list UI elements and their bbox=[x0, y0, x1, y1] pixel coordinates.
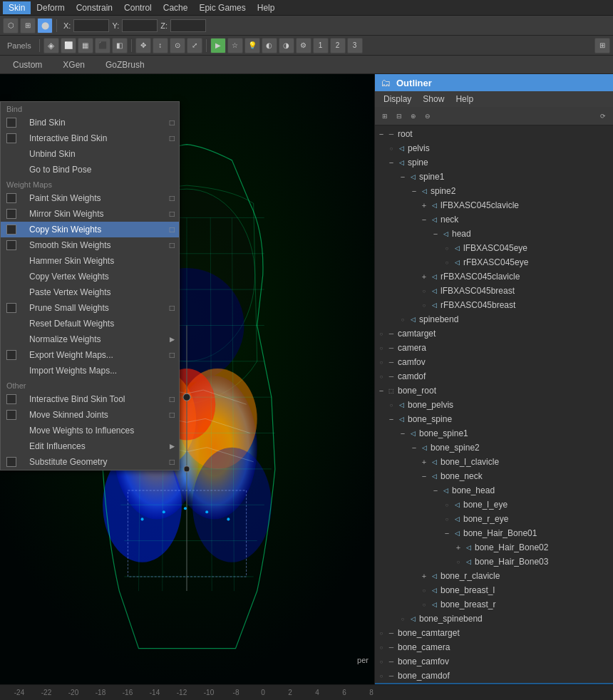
menu-substitute-geometry[interactable]: Substitute Geometry bbox=[1, 454, 179, 470]
tab-xgen[interactable]: XGen bbox=[53, 58, 95, 72]
tree-toggle-bone-head[interactable] bbox=[431, 485, 441, 495]
tree-item-r-clavicle[interactable]: ◁ rFBXASC045clavicle bbox=[375, 269, 613, 284]
tree-item-bone-head[interactable]: ◁ bone_head bbox=[375, 483, 613, 498]
tree-toggle-root[interactable] bbox=[376, 129, 386, 139]
tree-item-bone-l-eye[interactable]: ◁ bone_l_eye bbox=[375, 498, 613, 512]
tree-item-bone-neck[interactable]: ◁ bone_neck bbox=[375, 469, 613, 483]
vp-render-3[interactable]: 💡 bbox=[244, 38, 260, 53]
tree-item-bone-breast-r[interactable]: ◁ bone_breast_r bbox=[375, 597, 613, 612]
vp-tool-2[interactable]: ↕ bbox=[153, 38, 168, 53]
menu-unbind-skin[interactable]: Unbind Skin bbox=[1, 146, 179, 162]
outliner-tool-5[interactable]: ⟳ bbox=[596, 110, 610, 123]
vp-render-5[interactable]: ◑ bbox=[279, 38, 294, 53]
tree-item-bone-hair-01[interactable]: ◁ bone_Hair_Bone01 bbox=[375, 526, 613, 540]
tree-item-bone-r-clavicle[interactable]: ◁ bone_r_clavicle bbox=[375, 569, 613, 583]
vp-shading-btn-3[interactable]: ▦ bbox=[78, 38, 93, 53]
viewport[interactable]: per Bind Bind Skin Interactive Bind Skin… bbox=[0, 74, 374, 684]
toolbar-btn-1[interactable]: ⬡ bbox=[3, 18, 19, 34]
vp-tool-4[interactable]: ⤢ bbox=[187, 38, 202, 53]
menu-go-to-bind-pose[interactable]: Go to Bind Pose bbox=[1, 162, 179, 177]
vp-shading-btn-2[interactable]: ⬜ bbox=[61, 38, 76, 53]
vp-shading-btn-4[interactable]: ⬛ bbox=[95, 38, 110, 53]
axis-z-input[interactable] bbox=[170, 19, 206, 32]
tree-item-bone-pelvis[interactable]: ◁ bone_pelvis bbox=[375, 398, 613, 412]
tree-item-spine[interactable]: ◁ spine bbox=[375, 155, 613, 170]
tree-item-bone-camfov[interactable]: ─ bone_camfov bbox=[375, 654, 613, 669]
tree-toggle-bone-spine[interactable] bbox=[386, 414, 396, 424]
tree-toggle-l-clavicle[interactable] bbox=[419, 200, 429, 210]
menu-interactive-bind-skin-tool[interactable]: Interactive Bind Skin Tool bbox=[1, 391, 179, 407]
tree-item-bone-spine2[interactable]: ◁ bone_spine2 bbox=[375, 441, 613, 455]
tree-item-bone-spinebend[interactable]: ◁ bone_spinebend bbox=[375, 612, 613, 626]
tree-item-neck[interactable]: ◁ neck bbox=[375, 212, 613, 227]
menu-prune-small-weights[interactable]: Prune Small Weights bbox=[1, 300, 179, 316]
menu-smooth-skin-weights[interactable]: Smooth Skin Weights bbox=[1, 237, 179, 253]
tree-toggle-bone-spine1[interactable] bbox=[398, 428, 408, 438]
tree-item-r-breast[interactable]: ◁ rFBXASC045breast bbox=[375, 298, 613, 312]
menu-paste-vertex-weights[interactable]: Paste Vertex Weights bbox=[1, 284, 179, 300]
tree-item-bone-breast-l[interactable]: ◁ bone_breast_l bbox=[375, 583, 613, 597]
axis-y-input[interactable] bbox=[122, 19, 158, 32]
menu-move-weights-to-influences[interactable]: Move Weights to Influences bbox=[1, 423, 179, 438]
menu-epicgames[interactable]: Epic Games bbox=[193, 1, 251, 14]
vp-tool-1[interactable]: ✥ bbox=[135, 38, 151, 53]
menu-bind-skin[interactable]: Bind Skin bbox=[1, 115, 179, 130]
menu-interactive-bind-skin[interactable]: Interactive Bind Skin bbox=[1, 130, 179, 146]
vp-render-9[interactable]: 3 bbox=[347, 38, 363, 53]
tree-item-bone-spine[interactable]: ◁ bone_spine bbox=[375, 412, 613, 426]
tree-item-bone-l-clavicle[interactable]: ◁ bone_l_clavicle bbox=[375, 455, 613, 469]
tree-item-camera[interactable]: ─ camera bbox=[375, 341, 613, 355]
tree-toggle-r-clavicle[interactable] bbox=[419, 272, 429, 282]
menu-move-skinned-joints[interactable]: Move Skinned Joints bbox=[1, 407, 179, 423]
vp-render-7[interactable]: 1 bbox=[313, 38, 329, 53]
tree-toggle-spine[interactable] bbox=[386, 158, 396, 168]
axis-x-input[interactable] bbox=[73, 19, 109, 32]
tab-custom[interactable]: Custom bbox=[3, 58, 52, 72]
tree-toggle-neck[interactable] bbox=[419, 215, 429, 225]
outliner-tool-4[interactable]: ⊖ bbox=[421, 110, 435, 123]
vp-render-4[interactable]: ◐ bbox=[262, 38, 277, 53]
vp-shading-btn-1[interactable]: ◈ bbox=[43, 38, 59, 53]
outliner-tool-2[interactable]: ⊟ bbox=[392, 110, 406, 123]
tree-item-spine1[interactable]: ◁ spine1 bbox=[375, 170, 613, 184]
menu-control[interactable]: Control bbox=[118, 1, 158, 14]
vp-render-6[interactable]: ⚙ bbox=[296, 38, 311, 53]
tree-toggle-bone-r-clavicle[interactable] bbox=[419, 571, 429, 581]
vp-shading-btn-5[interactable]: ◧ bbox=[112, 38, 128, 53]
menu-edit-influences[interactable]: Edit Influences ▶ bbox=[1, 438, 179, 454]
tree-item-bone-hair-03[interactable]: ◁ bone_Hair_Bone03 bbox=[375, 555, 613, 569]
menu-normalize-weights[interactable]: Normalize Weights ▶ bbox=[1, 331, 179, 347]
tree-item-l-clavicle[interactable]: ◁ lFBXASC045clavicle bbox=[375, 198, 613, 212]
tab-gozbrush[interactable]: GoZBrush bbox=[96, 58, 155, 72]
tree-item-bone-root[interactable]: ⬚ bone_root bbox=[375, 384, 613, 398]
outliner-tree[interactable]: ─ root ◁ pelvis ◁ spine bbox=[375, 125, 613, 684]
menu-reset-default-weights[interactable]: Reset Default Weights bbox=[1, 316, 179, 331]
tree-item-head[interactable]: ◁ head bbox=[375, 227, 613, 241]
menu-deform[interactable]: Deform bbox=[31, 1, 70, 14]
outliner-tool-1[interactable]: ⊞ bbox=[378, 110, 392, 123]
menu-mirror-skin-weights[interactable]: Mirror Skin Weights bbox=[1, 206, 179, 222]
tree-item-bone-spine1[interactable]: ◁ bone_spine1 bbox=[375, 426, 613, 441]
tree-item-bone-hair-02[interactable]: ◁ bone_Hair_Bone02 bbox=[375, 540, 613, 555]
menu-hammer-skin-weights[interactable]: Hammer Skin Weights bbox=[1, 253, 179, 269]
tree-item-bone-camdof[interactable]: ─ bone_camdof bbox=[375, 669, 613, 683]
menu-copy-skin-weights[interactable]: Copy Skin Weights bbox=[1, 222, 179, 237]
tree-item-bone-r-eye[interactable]: ◁ bone_r_eye bbox=[375, 512, 613, 526]
menu-export-weight-maps[interactable]: Export Weight Maps... bbox=[1, 347, 179, 363]
menu-cache[interactable]: Cache bbox=[158, 1, 194, 14]
tree-toggle-spine1[interactable] bbox=[398, 172, 408, 182]
vp-render-8[interactable]: 2 bbox=[330, 38, 346, 53]
tree-toggle-bone-hair-01[interactable] bbox=[442, 528, 452, 538]
tree-item-camfov[interactable]: ─ camfov bbox=[375, 355, 613, 369]
tree-toggle-head[interactable] bbox=[431, 229, 441, 239]
menu-constrain[interactable]: Constrain bbox=[71, 1, 118, 14]
menu-help[interactable]: Help bbox=[252, 1, 281, 14]
toolbar-btn-3[interactable]: ⬤ bbox=[37, 18, 53, 34]
toolbar-btn-2[interactable]: ⊞ bbox=[20, 18, 36, 34]
tree-item-bone-camera[interactable]: ─ bone_camera bbox=[375, 640, 613, 654]
tree-item-shaundijsuit[interactable]: ⬡ shaundijsuit bbox=[375, 683, 613, 684]
outliner-menu-show[interactable]: Show bbox=[417, 93, 450, 105]
tree-item-pelvis[interactable]: ◁ pelvis bbox=[375, 141, 613, 155]
outliner-menu-display[interactable]: Display bbox=[378, 93, 417, 105]
tree-item-spine2[interactable]: ◁ spine2 bbox=[375, 184, 613, 198]
